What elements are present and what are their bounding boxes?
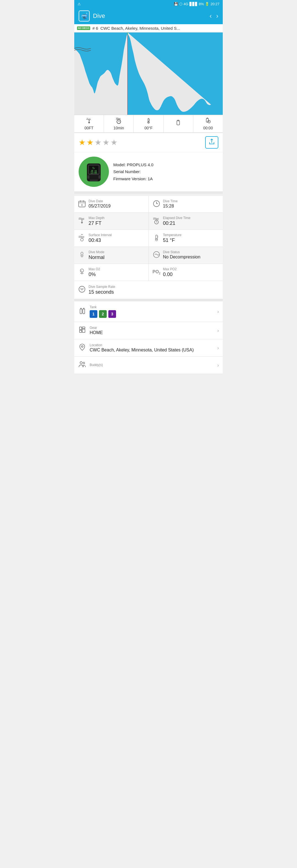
dive-mode-label: Dive Mode [89, 250, 104, 254]
info-row-date-time: 8 Dive Date 05/27/2019 Dive Time 15:28 [74, 196, 223, 213]
svg-marker-6 [88, 122, 90, 124]
tank-list-icon [78, 307, 86, 316]
max-depth-content: Max Depth 27 FT [89, 216, 104, 226]
dive-time-value: 15:28 [163, 204, 178, 209]
computer-avatar: 5↑ 28 14 13:05 [79, 157, 109, 187]
computer-model: Model: PROPLUS 4.0 [113, 161, 154, 168]
tank-badge-3: 3 [108, 310, 116, 318]
max-o2-content: Max O2 0% [89, 267, 100, 277]
svg-rect-62 [79, 327, 82, 330]
info-cell-max-o2: O₂ Max O2 0% [74, 264, 149, 281]
svg-rect-17 [206, 118, 208, 122]
elapsed-icon [153, 217, 160, 226]
app-logo: 🤿 [79, 10, 90, 22]
svg-point-57 [79, 286, 85, 292]
svg-point-51 [81, 252, 83, 255]
svg-point-67 [80, 362, 82, 364]
max-depth-value: 27 FT [89, 220, 104, 226]
sample-rate-label: Dive Sample Rate [89, 285, 115, 289]
max-po2-value: 0.00 [163, 272, 177, 277]
svg-rect-58 [80, 309, 82, 314]
star-5[interactable]: ★ [110, 138, 118, 147]
dive-mode-value: Normal [89, 254, 104, 260]
info-cell-sample-rate: Dive Sample Rate 15 seconds [74, 281, 223, 299]
forward-button[interactable]: › [216, 12, 218, 20]
status-bar-right: 💾 ⬡ 4G ▊▊▊ 8% 🔋 20:27 [174, 2, 220, 6]
tank-icon [175, 119, 182, 127]
location-content: Location CWC Beach, Akeley, Minnesota, U… [90, 343, 214, 352]
diver-icon [78, 251, 86, 260]
location-value: CWC Beach, Akeley, Minnesota, United Sta… [90, 348, 214, 352]
max-po2-label: Max PO2 [163, 267, 177, 271]
sample-rate-content: Dive Sample Rate 15 seconds [89, 285, 115, 295]
info-cell-dive-time: Dive Time 15:28 [149, 196, 223, 213]
stat-depth-value: 00FT [85, 126, 94, 130]
status-bar-left: ⚠ [77, 2, 81, 6]
stat-time2: 00:00 [193, 115, 223, 132]
svg-rect-60 [83, 309, 85, 314]
computer-serial: Serial Number: [113, 168, 154, 175]
stat-time2-value: 00:00 [203, 126, 213, 130]
tank-badge-1: 1 [90, 310, 97, 318]
svg-text:5↑: 5↑ [92, 167, 95, 169]
svg-rect-63 [79, 330, 82, 333]
svg-line-46 [82, 234, 83, 235]
dive-date-value: 05/27/2019 [89, 204, 110, 209]
star-4[interactable]: ★ [103, 138, 109, 147]
divider-1 [74, 191, 223, 194]
clock-icon [153, 200, 160, 209]
back-button[interactable]: ‹ [209, 12, 212, 20]
stat-depth: 00FT [74, 115, 104, 132]
elapsed-label: Elapsed Dive Time [163, 216, 191, 220]
share-button[interactable] [205, 136, 218, 149]
header-nav: ‹ › [209, 12, 218, 20]
dive-profile-chart[interactable] [74, 32, 223, 115]
max-depth-label: Max Depth [89, 216, 104, 220]
svg-text:🤿: 🤿 [80, 12, 88, 20]
computer-info: 5↑ 28 14 13:05 Model: PROPLUS 4.0 Serial… [74, 152, 223, 191]
dive-number: # 6 [92, 26, 98, 31]
depth-icon [86, 117, 92, 125]
svg-rect-28 [88, 175, 89, 179]
location-list-icon [78, 343, 86, 352]
star-rating[interactable]: ★ ★ ★ ★ ★ [79, 138, 118, 147]
tank-list-item[interactable]: Tank 1 2 3 › [74, 301, 223, 322]
gear-list-item[interactable]: Gear HOME › [74, 322, 223, 339]
po2-label-icon: PO2 [153, 268, 160, 275]
star-3[interactable]: ★ [95, 138, 101, 147]
star-1[interactable]: ★ [79, 138, 86, 147]
max-o2-label: Max O2 [89, 267, 100, 271]
bluetooth-icon: ⬡ [179, 2, 182, 6]
temp-icon [145, 117, 152, 125]
buddy-list-item[interactable]: Buddy(s) › [74, 356, 223, 374]
dive-location-short: CWC Beach, Akeley, Minnesota, United S..… [100, 26, 180, 31]
gear-chevron-icon: › [217, 328, 219, 334]
surface-interval-content: Surface Interval 00:43 [89, 233, 112, 243]
divider-2 [74, 299, 223, 301]
stat-time: 10min [104, 115, 134, 132]
header-left: 🤿 Dive [79, 10, 105, 22]
app-header: 🤿 Dive ‹ › [74, 8, 223, 24]
o2-icon: O₂ [78, 268, 86, 277]
elapsed-value: 00:21 [163, 220, 191, 226]
stat-temp: 00°F [134, 115, 163, 132]
location-label: Location [90, 343, 214, 347]
buddy-content: Buddy(s) [90, 363, 214, 367]
info-cell-temperature: Temperature 51 °F [149, 230, 223, 247]
svg-point-52 [154, 252, 160, 257]
info-row-depth-elapsed: Max Depth 27 FT Elapsed Dive Time 00:21 [74, 213, 223, 230]
dive-mode-content: Dive Mode Normal [89, 250, 104, 260]
svg-rect-64 [82, 327, 85, 329]
tank-chevron-icon: › [217, 309, 219, 315]
svg-point-44 [80, 238, 83, 241]
location-list-item[interactable]: Location CWC Beach, Akeley, Minnesota, U… [74, 339, 223, 356]
tank-label: Tank [90, 305, 214, 309]
temperature-content: Temperature 51 °F [163, 233, 182, 243]
star-2[interactable]: ★ [87, 138, 94, 147]
svg-text:13:05: 13:05 [91, 172, 97, 174]
svg-point-68 [83, 362, 85, 364]
buddy-chevron-icon: › [217, 363, 219, 368]
gear-content: Gear HOME [90, 326, 214, 335]
info-cell-dive-date: 8 Dive Date 05/27/2019 [74, 196, 149, 213]
surface-icon [78, 234, 86, 243]
